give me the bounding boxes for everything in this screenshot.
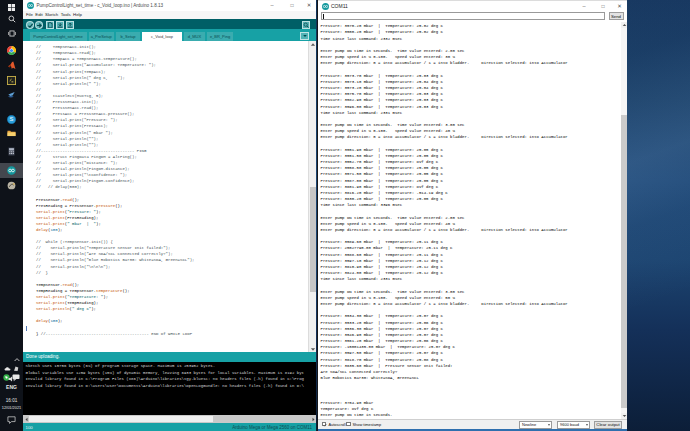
svg-text:S: S — [10, 116, 14, 122]
